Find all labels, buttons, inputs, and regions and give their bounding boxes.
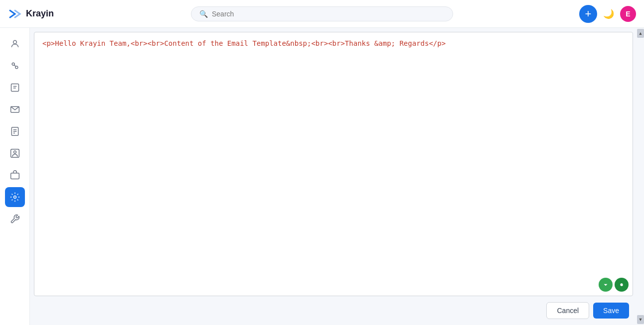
logo-area: Krayin xyxy=(8,8,108,19)
sidebar-item-tools[interactable] xyxy=(5,209,25,229)
search-icon: 🔍 xyxy=(199,10,208,18)
scroll-down-arrow[interactable]: ▼ xyxy=(637,315,644,324)
sidebar-item-deals[interactable] xyxy=(5,56,25,76)
content-area: <p>Hello Krayin Team,<br><br>Content of … xyxy=(30,28,637,325)
editor-wrapper: <p>Hello Krayin Team,<br><br>Content of … xyxy=(30,28,637,296)
svg-point-0 xyxy=(13,40,16,44)
theme-toggle-button[interactable]: 🌙 xyxy=(603,8,614,19)
contacts-icon xyxy=(10,39,20,49)
svg-rect-3 xyxy=(11,84,18,92)
sidebar xyxy=(0,28,30,325)
editor-tools: G xyxy=(599,278,629,292)
header-actions: + 🌙 E xyxy=(536,5,636,23)
persons-icon xyxy=(10,148,20,158)
sidebar-item-persons[interactable] xyxy=(5,143,25,163)
settings-icon xyxy=(10,192,20,202)
sidebar-item-mail[interactable] xyxy=(5,100,25,119)
content-with-scroll: <p>Hello Krayin Team,<br><br>Content of … xyxy=(30,28,644,325)
editor-text: <p>Hello Krayin Team,<br><br>Content of … xyxy=(42,39,446,47)
sidebar-item-activities[interactable] xyxy=(5,78,25,98)
save-button[interactable]: Save xyxy=(593,303,629,319)
search-input[interactable] xyxy=(212,10,445,18)
krayin-logo-icon xyxy=(8,8,22,19)
svg-point-1 xyxy=(12,63,14,65)
sidebar-item-settings[interactable] xyxy=(5,187,25,207)
svg-text:G: G xyxy=(621,283,623,286)
grammarly-icon-1[interactable] xyxy=(599,278,613,292)
scroll-up-arrow[interactable]: ▲ xyxy=(637,29,644,38)
scroll-thumb-area xyxy=(637,39,644,314)
right-scrollbar: ▲ ▼ xyxy=(637,28,644,325)
bottom-actions: Cancel Save xyxy=(30,296,637,325)
svg-point-14 xyxy=(13,196,16,199)
sidebar-item-products[interactable] xyxy=(5,165,25,185)
activities-icon xyxy=(10,83,20,93)
add-button[interactable]: + xyxy=(579,5,597,23)
main-layout: <p>Hello Krayin Team,<br><br>Content of … xyxy=(0,28,644,325)
sidebar-item-notes[interactable] xyxy=(5,121,25,141)
svg-point-12 xyxy=(13,151,16,153)
svg-point-2 xyxy=(15,66,17,69)
sidebar-item-contacts[interactable] xyxy=(5,34,25,54)
grammarly-icon-2[interactable]: G xyxy=(615,278,629,292)
notes-icon xyxy=(10,126,20,136)
down-arrow-icon xyxy=(602,281,609,288)
editor-container: <p>Hello Krayin Team,<br><br>Content of … xyxy=(34,32,633,296)
svg-rect-13 xyxy=(10,173,19,179)
avatar[interactable]: E xyxy=(620,6,636,22)
search-container: 🔍 xyxy=(108,6,536,21)
products-icon xyxy=(10,170,20,180)
app-header: Krayin 🔍 + 🌙 E xyxy=(0,0,644,28)
editor-content[interactable]: <p>Hello Krayin Team,<br><br>Content of … xyxy=(34,32,633,296)
check-icon: G xyxy=(618,281,625,288)
mail-icon xyxy=(10,105,20,114)
deals-icon xyxy=(10,61,20,71)
logo-text: Krayin xyxy=(26,8,54,19)
search-bar: 🔍 xyxy=(191,6,453,21)
cancel-button[interactable]: Cancel xyxy=(546,302,589,319)
tools-icon xyxy=(10,214,20,224)
